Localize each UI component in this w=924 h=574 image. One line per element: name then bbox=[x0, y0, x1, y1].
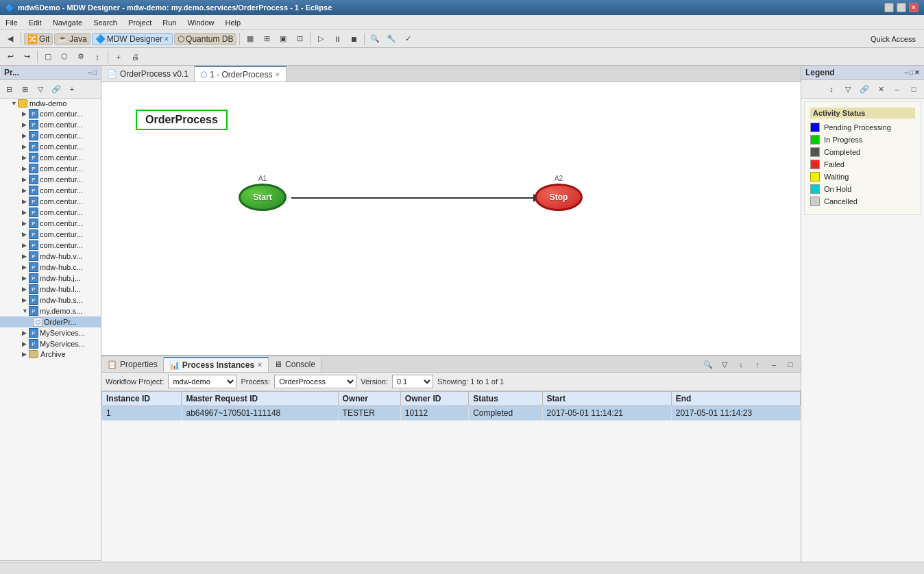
toolbar-btn-6[interactable]: ⏸ bbox=[330, 32, 345, 47]
tree-item-com10[interactable]: ▶ P com.centur... bbox=[0, 207, 101, 218]
bt-min-btn[interactable]: – bbox=[766, 357, 781, 372]
chevron-mdw-hub-s[interactable]: ▶ bbox=[22, 297, 29, 303]
menu-edit[interactable]: Edit bbox=[23, 17, 47, 28]
chevron-com9[interactable]: ▶ bbox=[22, 198, 29, 205]
bt-up-btn[interactable]: ↑ bbox=[750, 357, 765, 372]
chevron-com13[interactable]: ▶ bbox=[22, 242, 29, 249]
quantum-tab[interactable]: ⬡ Quantum DB bbox=[174, 33, 236, 45]
tree-item-myservices2[interactable]: ▶ P MyServices... bbox=[0, 338, 101, 349]
tree-item-com3[interactable]: ▶ P com.centur... bbox=[0, 130, 101, 141]
diagram-canvas[interactable]: OrderProcess A1 Start A2 Stop bbox=[101, 82, 801, 355]
version-select[interactable]: 0.1 bbox=[392, 375, 433, 388]
chevron-mdw-hub-j[interactable]: ▶ bbox=[22, 275, 29, 282]
toolbar-btn-9[interactable]: 🔧 bbox=[384, 32, 399, 47]
chevron-com6[interactable]: ▶ bbox=[22, 165, 29, 172]
menu-run[interactable]: Run bbox=[157, 17, 182, 28]
col-master-request-id[interactable]: Master Request ID bbox=[182, 392, 338, 406]
tree-item-mdw-hub-s[interactable]: ▶ P mdw-hub.s... bbox=[0, 295, 101, 305]
sec-btn-1[interactable]: ↩ bbox=[3, 49, 18, 64]
tree-item-com4[interactable]: ▶ P com.centur... bbox=[0, 141, 101, 152]
tab-orderprocess-1[interactable]: ⬡ 1 - OrderProcess ✕ bbox=[195, 66, 287, 82]
process-instances-close-icon[interactable]: ✕ bbox=[257, 362, 263, 369]
legend-btn-6[interactable]: □ bbox=[906, 82, 921, 97]
git-tab[interactable]: 🔀 Git bbox=[24, 33, 53, 45]
workflow-project-select[interactable]: mdw-demo bbox=[168, 375, 236, 388]
tree-item-my-demo[interactable]: ▼ P my.demo.s... bbox=[0, 305, 101, 316]
collapse-all-button[interactable]: ⊟ bbox=[1, 82, 16, 97]
maximize-icon[interactable]: □ bbox=[93, 69, 97, 76]
tree-item-com1[interactable]: ▶ P com.centur... bbox=[0, 108, 101, 119]
legend-btn-4[interactable]: ✕ bbox=[873, 82, 888, 97]
tree-item-com9[interactable]: ▶ P com.centur... bbox=[0, 196, 101, 207]
tree-item-archive[interactable]: ▶ Archive bbox=[0, 349, 101, 359]
tab-orderprocess-v01[interactable]: 📄 OrderProcess v0.1 bbox=[101, 66, 195, 82]
chevron-com11[interactable]: ▶ bbox=[22, 220, 29, 227]
stop-node[interactable]: A2 Stop bbox=[535, 175, 583, 211]
process-select[interactable]: OrderProcess bbox=[274, 375, 356, 388]
chevron-com2[interactable]: ▶ bbox=[22, 121, 29, 128]
sec-btn-5[interactable]: ⚙ bbox=[73, 49, 88, 64]
chevron-com12[interactable]: ▶ bbox=[22, 231, 29, 238]
tree-item-com8[interactable]: ▶ P com.centur... bbox=[0, 185, 101, 196]
stop-ellipse[interactable]: Stop bbox=[535, 184, 583, 211]
legend-minimize-icon[interactable]: – bbox=[905, 69, 908, 76]
maximize-button[interactable]: □ bbox=[897, 3, 906, 12]
filter-button[interactable]: ▽ bbox=[33, 82, 48, 97]
start-ellipse[interactable]: Start bbox=[239, 184, 287, 211]
sec-btn-3[interactable]: ▢ bbox=[40, 49, 56, 64]
sec-btn-6[interactable]: ↕ bbox=[90, 49, 105, 64]
tree-item-orderp[interactable]: ⬡ OrderPr... bbox=[0, 316, 101, 327]
col-owner-id[interactable]: Owner ID bbox=[400, 392, 468, 406]
bt-down-btn[interactable]: ↓ bbox=[733, 357, 749, 372]
menu-window[interactable]: Window bbox=[182, 17, 219, 28]
legend-btn-2[interactable]: ▽ bbox=[840, 82, 855, 97]
tree-item-mdw-hub-j[interactable]: ▶ P mdw-hub.j... bbox=[0, 273, 101, 284]
tree-item-com12[interactable]: ▶ P com.centur... bbox=[0, 229, 101, 240]
legend-maximize-icon[interactable]: □ bbox=[910, 69, 913, 76]
toolbar-btn-7[interactable]: ⏹ bbox=[346, 32, 361, 47]
legend-close-icon[interactable]: ✕ bbox=[914, 69, 920, 76]
sec-btn-4[interactable]: ⬡ bbox=[57, 49, 72, 64]
sec-btn-7[interactable]: + bbox=[111, 49, 126, 64]
bt-filter-btn[interactable]: 🔍 bbox=[701, 357, 716, 372]
chevron-myservices1[interactable]: ▶ bbox=[22, 329, 29, 336]
back-button[interactable]: ◀ bbox=[3, 32, 18, 47]
toolbar-btn-8[interactable]: 🔍 bbox=[367, 32, 382, 47]
tab-process-instances[interactable]: 📊 Process Instances ✕ bbox=[164, 357, 269, 372]
start-node[interactable]: A1 Start bbox=[239, 175, 287, 211]
sec-btn-8[interactable]: 🖨 bbox=[127, 49, 143, 64]
chevron-myservices2[interactable]: ▶ bbox=[22, 340, 29, 347]
chevron-my-demo[interactable]: ▼ bbox=[22, 308, 29, 314]
col-status[interactable]: Status bbox=[469, 392, 542, 406]
tree-chevron-mdw-demo[interactable]: ▼ bbox=[11, 100, 18, 107]
toolbar-btn-2[interactable]: ⊞ bbox=[259, 32, 274, 47]
menu-file[interactable]: File bbox=[0, 17, 23, 28]
chevron-mdw-hub-v[interactable]: ▶ bbox=[22, 253, 29, 260]
tree-item-mdw-hub-l[interactable]: ▶ P mdw-hub.l... bbox=[0, 284, 101, 295]
tree-item-com2[interactable]: ▶ P com.centur... bbox=[0, 119, 101, 130]
chevron-mdw-hub-l[interactable]: ▶ bbox=[22, 286, 29, 292]
toolbar-btn-4[interactable]: ⊡ bbox=[292, 32, 307, 47]
chevron-mdw-hub-c[interactable]: ▶ bbox=[22, 264, 29, 271]
sec-btn-2[interactable]: ↪ bbox=[19, 49, 34, 64]
tab-console[interactable]: 🖥 Console bbox=[269, 357, 321, 372]
legend-btn-1[interactable]: ↕ bbox=[824, 82, 839, 97]
tree-item-mdw-hub-v[interactable]: ▶ P mdw-hub.v... bbox=[0, 251, 101, 262]
chevron-com3[interactable]: ▶ bbox=[22, 132, 29, 139]
legend-btn-5[interactable]: – bbox=[890, 82, 905, 97]
tree-item-com6[interactable]: ▶ P com.centur... bbox=[0, 163, 101, 174]
tree-item-com5[interactable]: ▶ P com.centur... bbox=[0, 152, 101, 163]
col-start[interactable]: Start bbox=[542, 392, 671, 406]
mdw-close-icon[interactable]: ✕ bbox=[164, 36, 169, 42]
tree-item-com7[interactable]: ▶ P com.centur... bbox=[0, 174, 101, 185]
tree-item-com13[interactable]: ▶ P com.centur... bbox=[0, 240, 101, 251]
bt-max-btn[interactable]: □ bbox=[783, 357, 798, 372]
chevron-com8[interactable]: ▶ bbox=[22, 187, 29, 194]
chevron-com5[interactable]: ▶ bbox=[22, 154, 29, 161]
tree-item-myservices1[interactable]: ▶ P MyServices... bbox=[0, 327, 101, 338]
bt-sort-btn[interactable]: ▽ bbox=[717, 357, 732, 372]
tree-item-com11[interactable]: ▶ P com.centur... bbox=[0, 218, 101, 229]
chevron-com4[interactable]: ▶ bbox=[22, 143, 29, 150]
minimize-button[interactable]: – bbox=[884, 3, 894, 12]
menu-search[interactable]: Search bbox=[88, 17, 123, 28]
